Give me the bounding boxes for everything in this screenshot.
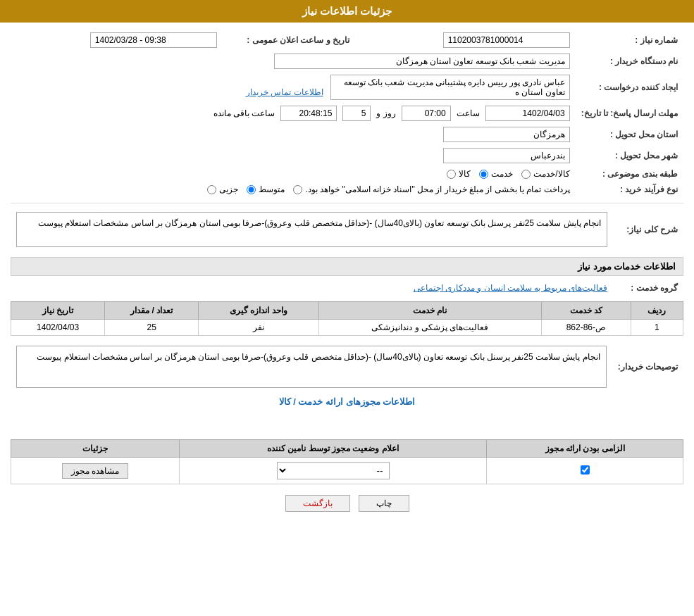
print-button[interactable]: چاپ xyxy=(359,495,409,512)
cell-date-1: 1402/04/03 xyxy=(11,320,105,336)
send-date-field: 1402/04/03 xyxy=(485,106,570,121)
category-radio-group: کالا/خدمت خدمت کالا xyxy=(16,169,570,179)
cell-name-1: فعالیت‌های پزشکی و دندانپزشکی xyxy=(318,320,541,336)
service-group-label: گروه خدمت : xyxy=(613,280,683,296)
page-title: جزئیات اطلاعات نیاز xyxy=(0,0,694,23)
buyer-org-value: مدیریت شعب بانک توسعه تعاون استان هرمزگا… xyxy=(11,51,576,72)
send-time-label: ساعت xyxy=(457,108,480,118)
province-field: هرمزگان xyxy=(443,127,570,142)
buyer-org-label: نام دستگاه خریدار : xyxy=(576,51,683,72)
col-row: ردیف xyxy=(631,302,683,320)
category-radio-khedmat[interactable] xyxy=(479,170,488,179)
category-kala-label: کالا xyxy=(459,169,471,179)
permit-required-cell xyxy=(487,458,683,484)
service-group-value[interactable]: فعالیت‌های مربوط به سلامت انسان و مددکار… xyxy=(414,283,607,293)
buyer-desc-field: انجام پایش سلامت 25نفر پرسنل بانک توسعه … xyxy=(16,346,607,388)
service-data-table: ردیف کد خدمت نام خدمت واحد اندازه گیری ت… xyxy=(11,301,683,336)
need-number-value: 1102003781000014 xyxy=(364,30,576,51)
col-unit: واحد اندازه گیری xyxy=(199,302,318,320)
city-label: شهر محل تحویل : xyxy=(576,145,683,166)
buyer-org-field: مدیریت شعب بانک توسعه تعاون استان هرمزگا… xyxy=(274,54,570,69)
process-jozi-label: جزیی xyxy=(219,184,238,194)
announce-label: تاریخ و ساعت اعلان عمومی : xyxy=(247,35,349,45)
process-option-jozi: جزیی xyxy=(207,184,238,194)
created-by-label: ایجاد کننده درخواست : xyxy=(576,72,683,103)
city-field: بندرعباس xyxy=(443,148,570,163)
buyer-desc-label: توصیحات خریدار: xyxy=(612,343,683,391)
main-content: شماره نیاز : 1102003781000014 تاریخ و سا… xyxy=(0,23,694,526)
need-desc-table: شرح کلی نیاز: انجام پایش سلامت 25نفر پرس… xyxy=(11,209,683,250)
process-radio-group: پرداخت تمام یا بخشی از مبلغ خریدار از مح… xyxy=(16,184,570,194)
process-radio-motavaset[interactable] xyxy=(247,185,256,194)
col-date: تاریخ نیاز xyxy=(11,302,105,320)
contact-info-link[interactable]: اطلاعات تماس خریدار xyxy=(246,87,323,97)
process-option-motavaset: متوسط xyxy=(247,184,285,194)
cell-row-1: 1 xyxy=(631,320,683,336)
need-number-label: شماره نیاز : xyxy=(576,30,683,51)
permit-required-checkbox[interactable] xyxy=(581,465,590,474)
process-radio-jozi[interactable] xyxy=(207,185,216,194)
table-row: 1 ص-86-862 فعالیت‌های پزشکی و دندانپزشکی… xyxy=(11,320,683,336)
category-option-khedmat: خدمت xyxy=(479,169,513,179)
process-option-note: پرداخت تمام یا بخشی از مبلغ خریدار از مح… xyxy=(293,184,569,194)
send-day-label: روز و xyxy=(376,108,395,118)
category-option-kala: کالا xyxy=(447,169,471,179)
back-button[interactable]: بازگشت xyxy=(285,495,350,512)
permit-col-status: اعلام وضعیت مجوز توسط نامین کننده xyxy=(179,440,487,458)
service-group-table: گروه خدمت : فعالیت‌های مربوط به سلامت ان… xyxy=(11,280,683,296)
category-radio-kala-khedmat[interactable] xyxy=(521,170,531,179)
province-label: استان محل تحویل : xyxy=(576,124,683,145)
spacer-1 xyxy=(11,413,683,434)
col-name: نام خدمت xyxy=(318,302,541,320)
col-qty: تعداد / مقدار xyxy=(105,302,199,320)
send-time-field: 07:00 xyxy=(402,106,451,121)
send-date-label: مهلت ارسال پاسخ: تا تاریخ: xyxy=(576,103,683,124)
category-khedmat-label: خدمت xyxy=(491,169,513,179)
service-info-header: اطلاعات خدمات مورد نیاز xyxy=(11,257,683,276)
process-radio-note[interactable] xyxy=(293,185,302,194)
need-desc-field: انجام پایش سلامت 25نفر پرسنل بانک توسعه … xyxy=(16,212,607,247)
cell-code-1: ص-86-862 xyxy=(541,320,631,336)
announce-value: 1402/03/28 - 09:38 xyxy=(90,32,217,48)
process-note-label: پرداخت تمام یا بخشی از مبلغ خریدار از مح… xyxy=(305,184,569,194)
page-wrapper: جزئیات اطلاعات نیاز شماره نیاز : 1102003… xyxy=(0,0,694,616)
process-motavaset-label: متوسط xyxy=(259,184,285,194)
permit-details-cell: مشاهده مجوز xyxy=(11,458,180,484)
cell-unit-1: نفر xyxy=(199,320,318,336)
send-remaining-label: ساعت باقی مانده xyxy=(213,108,275,118)
permit-col-details: جزئیات xyxy=(11,440,180,458)
permit-view-button[interactable]: مشاهده مجوز xyxy=(62,463,128,479)
need-desc-label: شرح کلی نیاز: xyxy=(613,209,683,250)
info-table: شماره نیاز : 1102003781000014 تاریخ و سا… xyxy=(11,30,683,197)
send-date-row: 1402/04/03 ساعت 07:00 روز و 5 20:48:15 س… xyxy=(16,106,570,121)
permit-section-label: اطلاعات مجوزهای ارائه خدمت / کالا xyxy=(11,396,683,407)
permit-status-select[interactable]: -- xyxy=(277,462,390,479)
permit-col-required: الزامی بودن ارائه مجوز xyxy=(487,440,683,458)
permit-status-cell: -- xyxy=(179,458,487,484)
category-label: طبقه بندی موضوعی : xyxy=(576,166,683,182)
need-number-field: 1102003781000014 xyxy=(443,32,570,48)
cell-qty-1: 25 xyxy=(105,320,199,336)
footer-buttons: چاپ بازگشت xyxy=(11,495,683,512)
category-radio-kala[interactable] xyxy=(447,170,456,179)
send-remaining-field: 20:48:15 xyxy=(280,106,337,121)
created-by-field: عباس نادری پور رییس دایره پشتیبانی مدیری… xyxy=(330,75,570,100)
send-day-field: 5 xyxy=(342,106,371,121)
category-kala-khedmat-label: کالا/خدمت xyxy=(533,169,569,179)
permit-row: -- مشاهده مجوز xyxy=(11,458,683,484)
process-label: نوع فرآیند خرید : xyxy=(576,182,683,197)
category-option-kala-khedmat: کالا/خدمت xyxy=(521,169,569,179)
col-code: کد خدمت xyxy=(541,302,631,320)
divider-1 xyxy=(11,203,683,203)
buyer-desc-table: توصیحات خریدار: انجام پایش سلامت 25نفر پ… xyxy=(11,343,683,391)
permit-table: الزامی بودن ارائه مجوز اعلام وضعیت مجوز … xyxy=(11,439,683,484)
